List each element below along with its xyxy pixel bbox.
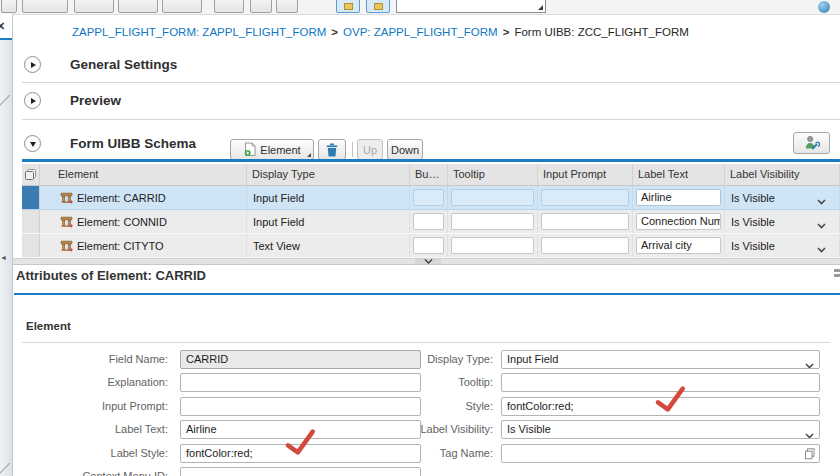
table-row[interactable]: Element: CITYTOText ViewArrival cityIs V…: [22, 234, 840, 258]
top-toolbar: [0, 0, 840, 15]
field-tag-name[interactable]: [501, 444, 820, 463]
form-element-icon: [60, 191, 73, 204]
column-header-element: Element: [40, 164, 247, 185]
toolbar-button[interactable]: [250, 0, 272, 13]
breadcrumb-separator: >: [331, 26, 338, 38]
tooltip-cell: [448, 186, 538, 209]
chevron-down-icon[interactable]: [817, 243, 826, 255]
delete-button[interactable]: [318, 139, 346, 160]
label-input-prompt: Input Prompt:: [36, 400, 168, 412]
add-element-button[interactable]: Element: [230, 139, 314, 160]
select-all-cell[interactable]: [22, 164, 40, 185]
toolbar-button[interactable]: [162, 0, 202, 13]
toolbar-toggle-button[interactable]: [366, 0, 390, 13]
chevron-down-icon[interactable]: [805, 427, 814, 439]
row-selector[interactable]: [22, 210, 40, 233]
input-prompt-cell: [538, 210, 633, 233]
schema-table-body: Element: CARRIDInput FieldAirlineIs Visi…: [22, 186, 840, 258]
column-header-label-visibility: Label Visibility: [725, 164, 840, 185]
field-value: Input Field: [507, 353, 558, 365]
element-label: Element: CONNID: [77, 216, 167, 228]
breadcrumb-item[interactable]: ZAPPL_FLIGHT_FORM: ZAPPL_FLIGHT_FORM: [72, 26, 326, 38]
label-text-input[interactable]: Arrival city: [636, 237, 721, 254]
input-prompt-input[interactable]: [541, 213, 629, 230]
toolbar-button[interactable]: [276, 0, 298, 13]
toolbar-button[interactable]: [118, 0, 158, 13]
dropdown-arrow-icon[interactable]: [538, 5, 543, 10]
label-explanation: Explanation:: [36, 376, 168, 388]
element-cell[interactable]: Element: CITYTO: [40, 234, 247, 257]
toolbar-combobox[interactable]: [396, 0, 546, 13]
chevron-down-icon[interactable]: [805, 357, 814, 369]
splitter-arrow-icon[interactable]: ◄: [0, 254, 7, 261]
field-tooltip[interactable]: [501, 373, 820, 392]
table-row[interactable]: Element: CARRIDInput FieldAirlineIs Visi…: [22, 186, 840, 210]
section-toggle-preview[interactable]: [24, 92, 41, 109]
label-style: Style:: [361, 400, 493, 412]
input-prompt-cell: [538, 186, 633, 209]
section-toggle-general-settings[interactable]: [24, 56, 41, 73]
document-plus-icon: [243, 142, 257, 157]
collapse-icon[interactable]: ✕: [0, 20, 5, 33]
label-visibility-cell[interactable]: Is Visible: [725, 186, 840, 209]
copy-icon[interactable]: [804, 448, 815, 463]
toolbar-button[interactable]: [74, 0, 114, 13]
horizontal-splitter[interactable]: [13, 258, 840, 265]
add-element-label: Element: [260, 144, 300, 156]
left-panel-splitter[interactable]: ✕ ◄: [0, 14, 13, 476]
row-selector[interactable]: [22, 186, 40, 209]
tooltip-input[interactable]: [451, 213, 534, 230]
button-text-cell: [410, 234, 448, 257]
splitter-collapse-handle[interactable]: [415, 259, 441, 264]
row-selector[interactable]: [22, 234, 40, 257]
chevron-down-icon[interactable]: [817, 195, 826, 207]
label-text-input[interactable]: Airline: [636, 189, 721, 206]
label-text-input[interactable]: Connection Number: [636, 213, 721, 230]
section-title-preview: Preview: [70, 93, 121, 108]
input-prompt-input[interactable]: [541, 189, 629, 206]
toolbar-button[interactable]: [1, 0, 17, 13]
label-visibility-value: Is Visible: [731, 192, 775, 204]
toolbar-separator: [352, 142, 353, 157]
button-text-input[interactable]: [413, 213, 444, 230]
tooltip-input[interactable]: [451, 237, 534, 254]
down-button[interactable]: Down: [387, 139, 423, 160]
button-text-cell: [410, 210, 448, 233]
schema-table-header: ElementDisplay TypeButton...TooltipInput…: [22, 164, 840, 186]
label-visibility-cell[interactable]: Is Visible: [725, 234, 840, 257]
tooltip-cell: [448, 234, 538, 257]
breadcrumb-item[interactable]: OVP: ZAPPL_FLIGHT_FORM: [343, 26, 498, 38]
table-row[interactable]: Element: CONNIDInput FieldConnection Num…: [22, 210, 840, 234]
column-header-tooltip: Tooltip: [448, 164, 538, 185]
toolbar-sphere-icon[interactable]: [818, 1, 830, 13]
field-context-menu-id[interactable]: [180, 467, 421, 476]
toolbar-button[interactable]: [22, 0, 68, 13]
field-value: Airline: [186, 423, 217, 435]
input-prompt-input[interactable]: [541, 237, 629, 254]
clipped-icon: [834, 267, 840, 281]
attributes-panel-title: Attributes of Element: CARRID: [16, 268, 206, 283]
field-value: CARRID: [186, 353, 228, 365]
toolbar-toggle-button[interactable]: [336, 0, 360, 13]
element-cell[interactable]: Element: CARRID: [40, 186, 247, 209]
up-button[interactable]: Up: [357, 139, 383, 160]
element-cell[interactable]: Element: CONNID: [40, 210, 247, 233]
form-element-icon: [60, 239, 73, 252]
field-style[interactable]: fontColor:red;: [501, 397, 820, 416]
toggle-icon: [344, 3, 353, 10]
field-display-type[interactable]: Input Field: [501, 350, 820, 369]
section-toggle-form-uibb-schema[interactable]: [24, 135, 41, 152]
label-label-text: Label Text:: [36, 423, 168, 435]
label-visibility-cell[interactable]: Is Visible: [725, 210, 840, 233]
display-type-cell: Input Field: [247, 186, 410, 209]
label-text-cell: Arrival city: [633, 234, 725, 257]
button-text-input[interactable]: [413, 237, 444, 254]
button-text-input[interactable]: [413, 189, 444, 206]
label-display-type: Display Type:: [361, 353, 493, 365]
field-label-visibility[interactable]: Is Visible: [501, 420, 820, 439]
tooltip-input[interactable]: [451, 189, 534, 206]
toolbar-button[interactable]: [214, 0, 244, 13]
personalize-button[interactable]: [793, 132, 830, 154]
menu-corner-icon: [307, 153, 311, 157]
chevron-down-icon[interactable]: [817, 219, 826, 231]
